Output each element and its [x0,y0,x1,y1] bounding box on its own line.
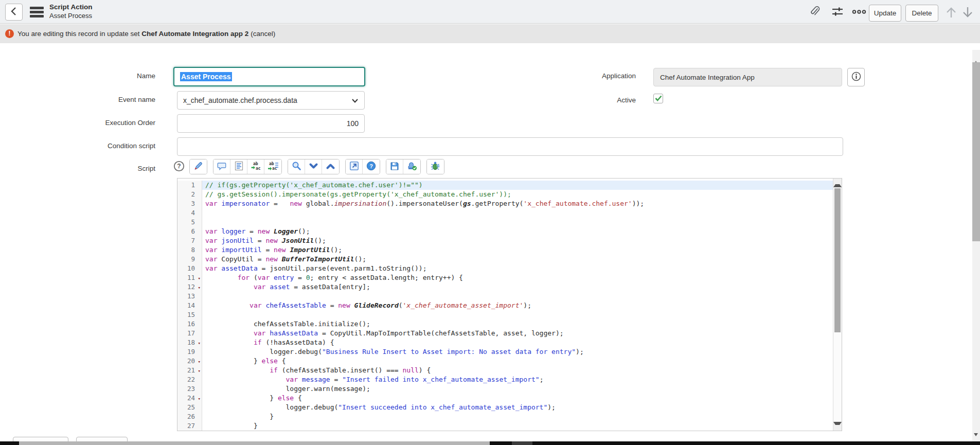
condition-script-input[interactable] [177,137,843,156]
code-line[interactable]: 11▾ for (var entry = 0; entry < assetDat… [177,273,833,282]
code-line[interactable]: 24▾ } else { [177,394,833,403]
condition-script-label: Condition script [31,142,155,150]
code-text: var jsonUtil = new JsonUtil(); [202,236,833,245]
event-name-select[interactable]: x_chef_automate.chef.process.data [177,91,365,110]
fold-arrow-icon[interactable]: ▾ [198,394,201,403]
save-icon [390,162,399,172]
code-line[interactable]: 1// if(gs.getProperty('x_chef_automate.c… [177,181,833,190]
code-line[interactable]: 19 logger.debug("Business Rule Insert to… [177,347,833,357]
more-options-button[interactable] [850,4,868,21]
application-info-button[interactable] [847,68,865,86]
code-line[interactable]: 7var jsonUtil = new JsonUtil(); [177,236,833,245]
name-input[interactable]: Asset Process [173,67,365,86]
line-number: 19 [177,347,202,357]
update-set-notice: ! You are editing this record in update … [0,24,980,43]
code-text: if (!hasAssetData) { [202,338,833,347]
line-number: 12▾ [177,282,202,292]
page-scrollbar[interactable] [972,50,980,445]
code-line[interactable]: 8var importUtil = new ImportUtil(); [177,245,833,255]
code-line[interactable]: 17 var hasAssetData = CopyUtil.MapToImpo… [177,329,833,338]
find-previous-button[interactable] [322,159,339,174]
code-line[interactable]: 18▾ if (!hasAssetData) { [177,338,833,347]
code-line[interactable]: 12▾ var asset = assetData[entry]; [177,282,833,292]
code-text: var CopyUtil = new BufferToImportUtil(); [202,255,833,264]
find-next-button[interactable] [305,159,322,174]
open-fullscreen-button[interactable] [346,159,363,174]
fold-arrow-icon[interactable]: ▾ [198,357,201,366]
personalize-form-button[interactable] [828,4,847,21]
code-text: var asset = assetData[entry]; [202,282,833,292]
line-number: 11▾ [177,273,202,282]
execution-order-input[interactable]: 100 [177,114,365,133]
debug-button[interactable] [427,159,444,174]
code-line[interactable]: 14 var chefAssetsTable = new GlideRecord… [177,301,833,310]
code-text: logger.debug("Insert succeeded into x_ch… [202,403,833,412]
page-scroll-up-icon[interactable] [974,52,978,61]
next-record-button[interactable] [960,5,975,21]
page-scrollbar-thumb[interactable] [972,62,980,241]
context-menu-icon[interactable] [30,7,44,17]
script-help-button[interactable]: ? [173,161,185,172]
code-line[interactable]: 4 [177,208,833,218]
line-number: 27 [177,421,202,431]
code-line[interactable]: 2// gs.getSession().impersonate(gs.getPr… [177,190,833,199]
fold-arrow-icon[interactable]: ▾ [198,274,201,283]
fold-arrow-icon[interactable]: ▾ [198,283,201,292]
script-code-editor[interactable]: 1// if(gs.getProperty('x_chef_automate.c… [177,178,842,431]
replace-all-button[interactable]: abac [264,159,281,174]
code-line[interactable]: 20▾ } else { [177,357,833,366]
name-label: Name [31,72,155,80]
search-button[interactable] [288,159,305,174]
editor-scroll-up-icon[interactable] [833,179,842,187]
code-line[interactable]: 3var impersonator = new global.impersina… [177,199,833,208]
script-action-form-page: Script Action Asset Process [0,0,980,445]
code-line[interactable]: 9var CopyUtil = new BufferToImportUtil()… [177,255,833,264]
toolbar-button-group: ? [345,159,380,174]
page-title: Script Action [49,3,93,12]
api-help-button[interactable]: ? [363,159,380,174]
code-line[interactable]: 21▾ if (chefAssetsTable.insert() === nul… [177,366,833,375]
code-text [202,208,833,218]
code-text: var message = "Insert failed into x_chef… [202,375,833,384]
save-button[interactable] [386,159,403,174]
code-line[interactable]: 10var assetData = jsonUtil.parse(event.p… [177,264,833,273]
svg-text:ab: ab [269,162,274,166]
active-checkbox[interactable] [653,94,663,103]
code-line[interactable]: 15 [177,310,833,319]
code-line[interactable]: 25 logger.debug("Insert succeeded into x… [177,403,833,412]
name-selected-text: Asset Process [180,72,232,81]
code-line[interactable]: 16 chefAssetsTable.initialize(); [177,319,833,329]
code-text: } [202,421,833,431]
code-line[interactable]: 13 [177,292,833,301]
toggle-comment-button[interactable] [213,159,230,174]
previous-record-button[interactable] [943,5,959,21]
cancel-update-set-link[interactable]: (cancel) [251,30,275,38]
line-number: 15 [177,310,202,319]
code-line[interactable]: 6var logger = new Logger(); [177,227,833,236]
code-line[interactable]: 26 } [177,412,833,421]
alert-icon: ! [5,29,14,38]
line-number: 23 [177,384,202,394]
editor-scroll-down-icon[interactable] [833,422,842,431]
code-line[interactable]: 23 logger.warn(message); [177,384,833,394]
code-line[interactable]: 5 [177,218,833,227]
back-button[interactable] [5,4,23,21]
syntax-check-button[interactable] [403,159,420,174]
find-previous-icon [326,163,335,171]
event-name-value: x_chef_automate.chef.process.data [183,96,297,104]
editor-scrollbar[interactable] [833,179,842,431]
code-line[interactable]: 27 } [177,421,833,431]
format-code-button[interactable] [190,159,207,174]
code-line[interactable]: 22 var message = "Insert failed into x_c… [177,375,833,384]
line-number: 6 [177,227,202,236]
delete-button[interactable]: Delete [905,5,938,22]
attachment-button[interactable] [806,4,824,21]
toolbar-button-group [189,159,207,174]
replace-button[interactable]: abac [247,159,264,174]
update-button[interactable]: Update [869,5,901,22]
header: Script Action Asset Process [0,0,980,24]
fold-arrow-icon[interactable]: ▾ [198,366,201,376]
fold-arrow-icon[interactable]: ▾ [198,339,201,348]
editor-scrollbar-thumb[interactable] [834,188,841,332]
format-document-button[interactable] [230,159,247,174]
